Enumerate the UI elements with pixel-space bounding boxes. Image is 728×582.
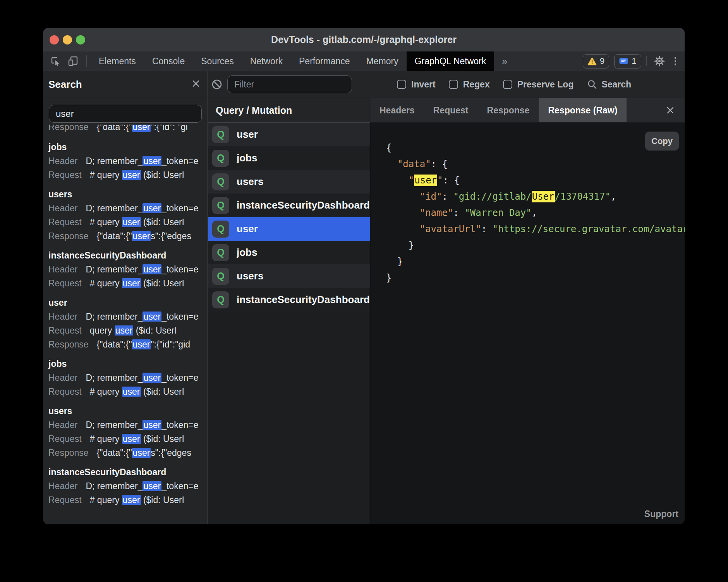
tab-graphql-network[interactable]: GraphQL Network <box>407 51 494 71</box>
match-highlight: user <box>143 156 161 166</box>
value-text: # query <box>90 278 122 288</box>
settings-gear-icon[interactable] <box>652 53 667 69</box>
checkbox-group-invert[interactable]: Invert <box>397 79 436 90</box>
search-result-line[interactable]: Response{"data":{"user":{"id": "gi <box>48 125 208 134</box>
search-result-line[interactable]: Request# query user ($id: UserI <box>48 168 208 182</box>
issues-badge[interactable]: 1 <box>614 54 641 68</box>
window-controls <box>50 28 85 51</box>
value-text: _token=e <box>161 264 198 274</box>
copy-button[interactable]: Copy <box>645 132 679 151</box>
toolbar-separator <box>86 55 87 67</box>
close-detail-icon[interactable] <box>656 98 685 122</box>
json-token: : <box>443 175 454 186</box>
query-list-item[interactable]: Quser <box>208 123 370 146</box>
tab-console[interactable]: Console <box>144 51 193 71</box>
query-name: instanceSecurityDashboard <box>237 294 370 306</box>
search-result-label: Request <box>48 434 82 444</box>
detail-tab-headers[interactable]: Headers <box>370 98 424 122</box>
search-result-label: Request <box>48 170 82 180</box>
checkbox-group-regex[interactable]: Regex <box>449 79 490 90</box>
search-result-line[interactable]: HeaderD; remember_user_token=e <box>48 201 208 215</box>
query-list-item[interactable]: Qjobs <box>208 241 370 264</box>
search-result-label: Request <box>48 495 82 505</box>
warnings-badge[interactable]: 9 <box>583 54 609 68</box>
match-highlight: user <box>132 125 151 132</box>
match-highlight: user <box>143 203 161 213</box>
search-result-line[interactable]: HeaderD; remember_user_token=e <box>48 310 208 324</box>
search-result-line[interactable]: Response{"data":{"users":{"edges <box>48 229 208 243</box>
search-result-line[interactable]: HeaderD; remember_user_token=e <box>48 418 208 432</box>
json-line: { <box>386 140 685 156</box>
search-result-line[interactable]: Request# query user ($id: UserI <box>48 215 208 229</box>
json-token: "name" <box>420 207 453 218</box>
more-tabs-chevron-icon[interactable]: » <box>494 51 515 71</box>
json-token: } <box>386 240 414 251</box>
zoom-window-button[interactable] <box>76 35 85 45</box>
device-toolbar-icon[interactable] <box>65 53 81 69</box>
checkbox-group-preserve-log[interactable]: Preserve Log <box>503 79 574 90</box>
search-result-line[interactable]: HeaderD; remember_user_token=e <box>48 262 208 276</box>
json-token: " <box>409 175 414 186</box>
panel-tabs: ElementsConsoleSourcesNetworkPerformance… <box>91 51 494 71</box>
detail-tab-response[interactable]: Response <box>478 98 539 122</box>
tab-performance[interactable]: Performance <box>291 51 358 71</box>
json-line: } <box>386 270 685 286</box>
clear-block-icon[interactable] <box>211 79 223 90</box>
value-text: # query <box>90 217 122 227</box>
checkbox-preserve-log[interactable] <box>503 80 512 89</box>
search-result-value: {"data":{"users":{"edges <box>97 448 191 458</box>
match-highlight: user <box>132 448 151 458</box>
search-result-line[interactable]: Request# query user ($id: UserI <box>48 276 208 290</box>
search-result-title: user <box>48 296 208 310</box>
inspect-element-icon[interactable] <box>48 53 63 69</box>
search-result-line[interactable]: Request# query user ($id: UserI <box>48 385 208 399</box>
search-result-line[interactable]: Request# query user ($id: UserI <box>48 493 208 507</box>
query-list-item[interactable]: Quser <box>208 217 370 241</box>
close-search-icon[interactable] <box>191 79 201 90</box>
value-text: {"data":{" <box>97 231 132 241</box>
search-result-line[interactable]: Request# query user ($id: UserI <box>48 432 208 446</box>
query-type-badge: Q <box>212 197 229 214</box>
checkbox-regex[interactable] <box>449 80 458 89</box>
match-highlight: user <box>122 387 141 397</box>
value-text: D; remember_ <box>86 312 143 322</box>
search-result-line[interactable]: Response{"data":{"user":{"id":"gid <box>48 337 208 351</box>
search-result-line[interactable]: Requestquery user ($id: UserI <box>48 324 208 337</box>
match-highlight: user <box>143 312 161 322</box>
query-list-item[interactable]: Qusers <box>208 170 370 193</box>
value-text: _token=e <box>161 373 198 383</box>
query-list-item[interactable]: QinstanceSecurityDashboard <box>208 288 370 312</box>
minimize-window-button[interactable] <box>63 35 72 45</box>
detail-panel: HeadersRequestResponseResponse (Raw) Cop… <box>370 98 685 524</box>
search-result-value: # query user ($id: UserI <box>90 217 184 227</box>
close-window-button[interactable] <box>50 35 59 45</box>
query-list-item[interactable]: QinstanceSecurityDashboard <box>208 193 370 217</box>
query-list-item[interactable]: Qusers <box>208 264 370 288</box>
json-token: { <box>454 175 459 186</box>
kebab-menu-icon[interactable] <box>672 57 679 65</box>
network-search-button[interactable]: Search <box>587 79 631 90</box>
tab-sources[interactable]: Sources <box>193 51 242 71</box>
match-highlight: user <box>143 264 161 274</box>
value-text: ($id: UserI <box>141 170 184 180</box>
match-highlight: user <box>143 481 161 491</box>
detail-tab-request[interactable]: Request <box>424 98 478 122</box>
filter-input[interactable] <box>227 75 352 93</box>
search-result-label: Request <box>48 387 82 397</box>
search-result-line[interactable]: HeaderD; remember_user_token=e <box>48 479 208 493</box>
search-result-label: Header <box>48 420 77 430</box>
search-input[interactable] <box>49 105 202 123</box>
query-type-badge: Q <box>212 150 229 167</box>
tab-memory[interactable]: Memory <box>358 51 407 71</box>
support-link[interactable]: Support <box>644 509 678 519</box>
search-result-line[interactable]: HeaderD; remember_user_token=e <box>48 154 208 168</box>
search-result-line[interactable]: Response{"data":{"users":{"edges <box>48 446 208 460</box>
checkbox-invert[interactable] <box>397 80 406 89</box>
json-line: "avatarUrl": "https://secure.gravatar.co… <box>386 221 685 237</box>
detail-tab-response-raw[interactable]: Response (Raw) <box>539 98 627 122</box>
search-panel: Response{"data":{"user":{"id": "gijobsHe… <box>43 98 208 524</box>
tab-elements[interactable]: Elements <box>91 51 144 71</box>
search-result-line[interactable]: HeaderD; remember_user_token=e <box>48 371 208 385</box>
query-list-item[interactable]: Qjobs <box>208 146 370 170</box>
tab-network[interactable]: Network <box>242 51 291 71</box>
